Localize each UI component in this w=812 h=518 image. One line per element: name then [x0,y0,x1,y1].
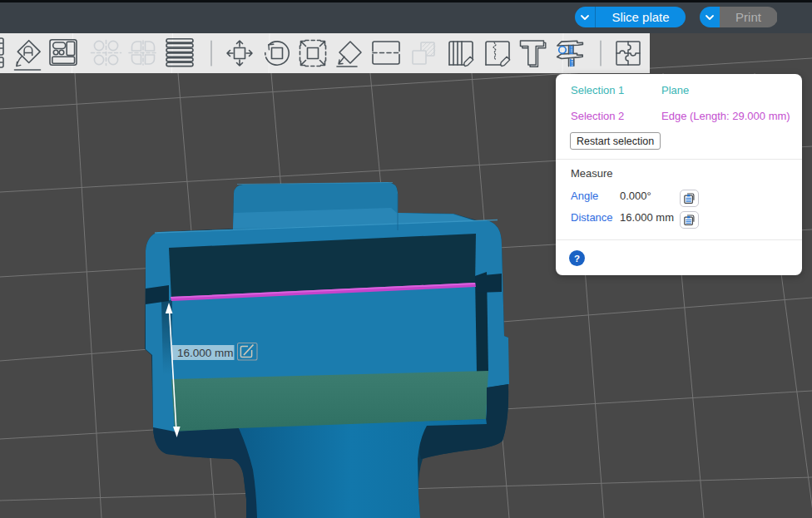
svg-text:16.000 mm: 16.000 mm [177,347,234,359]
